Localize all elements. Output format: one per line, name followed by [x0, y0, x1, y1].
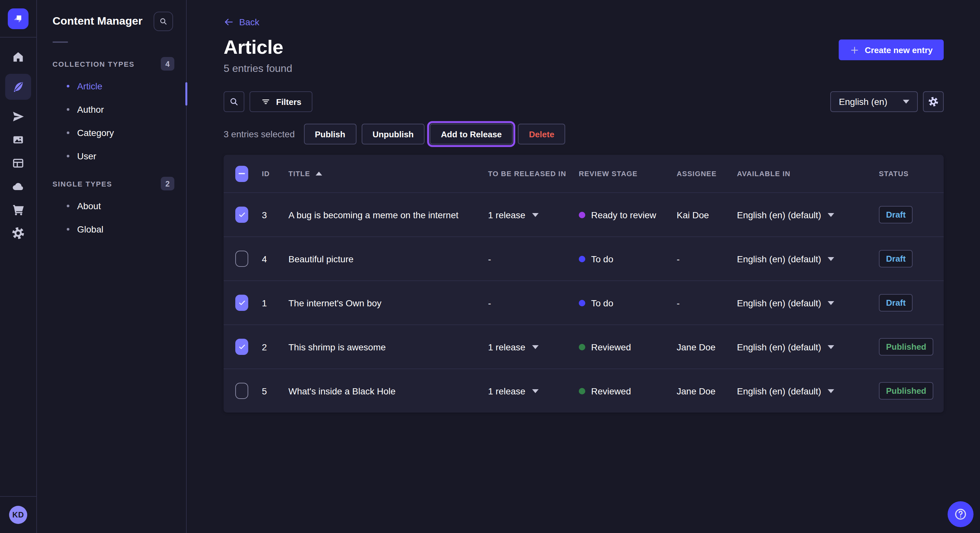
filter-icon — [261, 97, 271, 107]
page-title: Article — [224, 36, 292, 58]
bullet-icon — [67, 228, 69, 230]
cell-available-in: English (en) (default) — [737, 209, 879, 220]
delete-button[interactable]: Delete — [518, 124, 565, 144]
sidebar-item-category[interactable]: Category — [52, 121, 186, 144]
section-label: COLLECTION TYPES — [52, 60, 135, 68]
sidebar-item-about[interactable]: About — [52, 194, 186, 217]
section-items: About Global — [52, 194, 186, 241]
avatar-block: KD — [0, 496, 36, 533]
cell-title: The internet's Own boy — [288, 298, 488, 308]
cell-id: 1 — [262, 298, 288, 308]
cell-available-in: English (en) (default) — [737, 385, 879, 396]
status-badge: Published — [879, 382, 933, 400]
sidebar-item-author[interactable]: Author — [52, 98, 186, 121]
row-checkbox[interactable] — [235, 295, 248, 311]
table-row[interactable]: 4 Beautiful picture - To do - English (e… — [224, 236, 944, 281]
cell-id: 5 — [262, 385, 288, 396]
status-badge: Draft — [879, 250, 913, 268]
select-all-checkbox[interactable] — [235, 165, 248, 182]
column-header-released-in[interactable]: TO BE RELEASED IN — [488, 170, 579, 178]
table-row[interactable]: 2 This shrimp is awesome 1 release Revie… — [224, 324, 944, 368]
bullet-icon — [67, 205, 69, 207]
row-checkbox[interactable] — [235, 383, 248, 399]
column-header-review-stage[interactable]: REVIEW STAGE — [579, 170, 677, 178]
table-header-row: ID TITLE TO BE RELEASED IN REVIEW STAGE … — [224, 155, 944, 193]
entries-table: ID TITLE TO BE RELEASED IN REVIEW STAGE … — [224, 155, 944, 412]
sidebar-title: Content Manager — [52, 15, 143, 28]
column-header-title[interactable]: TITLE — [288, 170, 488, 178]
stage-dot-icon — [579, 344, 585, 350]
arrow-left-icon — [224, 17, 234, 27]
question-circle-icon — [953, 507, 968, 521]
sidebar-search-button[interactable] — [154, 12, 173, 31]
cell-released-in: 1 release — [488, 385, 579, 396]
cell-title: What's inside a Black Hole — [288, 385, 488, 396]
help-button[interactable] — [948, 501, 974, 527]
cell-review-stage: Reviewed — [579, 385, 677, 396]
table-row[interactable]: 1 The internet's Own boy - To do - Engli… — [224, 281, 944, 324]
chevron-down-icon[interactable] — [828, 345, 834, 349]
cell-available-in: English (en) (default) — [737, 298, 879, 308]
cell-review-stage: To do — [579, 298, 677, 308]
section-label: SINGLE TYPES — [52, 180, 112, 187]
cell-review-stage: Ready to review — [579, 209, 677, 220]
bullet-icon — [67, 85, 69, 87]
content-builder-icon[interactable] — [12, 157, 25, 170]
create-new-entry-button[interactable]: Create new entry — [839, 40, 944, 60]
main-nav-strip: KD — [0, 0, 37, 533]
table-row[interactable]: 5 What's inside a Black Hole 1 release R… — [224, 368, 944, 412]
view-settings-button[interactable] — [923, 91, 944, 112]
chevron-down-icon[interactable] — [532, 213, 538, 217]
chevron-down-icon[interactable] — [828, 301, 834, 305]
status-badge: Draft — [879, 206, 913, 224]
sidebar-section: SINGLE TYPES 2 About Global — [52, 169, 186, 241]
back-link[interactable]: Back — [224, 17, 259, 27]
send-icon[interactable] — [12, 110, 25, 123]
add-to-release-button[interactable]: Add to Release — [430, 124, 513, 144]
chevron-down-icon[interactable] — [532, 345, 538, 349]
app-window: KD Content Manager COLLECTION TYPES 4 Ar… — [0, 0, 980, 533]
chevron-down-icon[interactable] — [532, 389, 538, 393]
chevron-down-icon[interactable] — [828, 389, 834, 393]
publish-button[interactable]: Publish — [304, 124, 356, 144]
column-header-assignee[interactable]: ASSIGNEE — [677, 170, 737, 178]
chevron-down-icon[interactable] — [828, 213, 834, 217]
sidebar-item-article[interactable]: Article — [52, 75, 186, 98]
marketplace-cart-icon[interactable] — [12, 203, 25, 216]
strapi-logo-icon[interactable] — [8, 8, 29, 29]
locale-select[interactable]: English (en) — [830, 91, 918, 112]
filters-button[interactable]: Filters — [250, 91, 312, 112]
chevron-down-icon — [903, 100, 909, 104]
content-manager-icon[interactable] — [5, 74, 31, 100]
cell-available-in: English (en) (default) — [737, 254, 879, 264]
bullet-icon — [67, 108, 69, 111]
cell-released-in: 1 release — [488, 342, 579, 352]
row-checkbox[interactable] — [235, 339, 248, 355]
stage-dot-icon — [579, 388, 585, 394]
column-header-id[interactable]: ID — [262, 170, 288, 178]
selection-count-label: 3 entries selected — [224, 129, 294, 139]
cell-released-in: - — [488, 254, 579, 264]
unpublish-button[interactable]: Unpublish — [361, 124, 425, 144]
search-entries-button[interactable] — [224, 91, 244, 112]
media-library-icon[interactable] — [12, 133, 25, 146]
home-icon[interactable] — [12, 51, 25, 63]
content-manager-sidebar: Content Manager COLLECTION TYPES 4 Artic… — [37, 0, 187, 533]
row-checkbox[interactable] — [235, 251, 248, 267]
user-avatar[interactable]: KD — [9, 506, 27, 524]
cell-released-in: 1 release — [488, 209, 579, 220]
table-row[interactable]: 3 A bug is becoming a meme on the intern… — [224, 193, 944, 236]
cell-id: 4 — [262, 254, 288, 264]
cell-available-in: English (en) (default) — [737, 342, 879, 352]
column-header-status[interactable]: STATUS — [879, 170, 944, 178]
sidebar-item-global[interactable]: Global — [52, 217, 186, 241]
settings-gear-icon[interactable] — [12, 227, 25, 240]
table-body: 3 A bug is becoming a meme on the intern… — [224, 193, 944, 412]
column-header-available-in[interactable]: AVAILABLE IN — [737, 170, 879, 178]
sidebar-item-user[interactable]: User — [52, 144, 186, 168]
cell-released-in: - — [488, 298, 579, 308]
cloud-icon[interactable] — [12, 180, 25, 193]
main-content: Back Article 5 entries found Create new … — [187, 0, 980, 533]
chevron-down-icon[interactable] — [828, 257, 834, 261]
row-checkbox[interactable] — [235, 206, 248, 223]
